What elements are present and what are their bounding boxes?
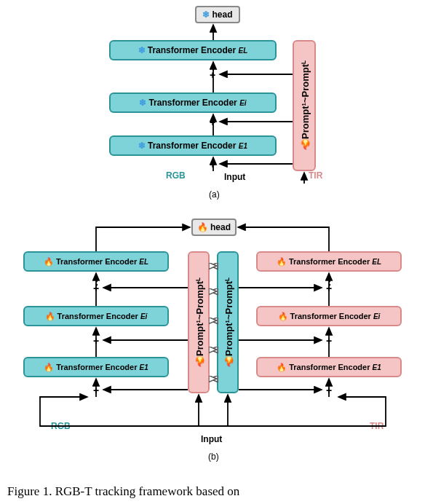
enc-idx: i bbox=[378, 312, 381, 320]
plus-icon: + bbox=[210, 117, 215, 128]
enc-sup: E bbox=[140, 312, 146, 320]
head-box-b: 🔥 head bbox=[191, 218, 237, 236]
enc-text: Transformer Encoder bbox=[289, 257, 370, 266]
figure-caption: Figure 1. RGB-T tracking framework based… bbox=[7, 484, 239, 499]
enc-sup: E bbox=[373, 312, 378, 320]
enc-text: Transformer Encoder bbox=[56, 257, 137, 266]
prompt-label: Prompt¹~Promptᴸ bbox=[223, 277, 234, 356]
enc-text: Transformer Encoder bbox=[148, 45, 236, 55]
fire-icon: 🔥 bbox=[44, 363, 54, 372]
input-label-a: Input bbox=[224, 172, 245, 182]
plus-icon: + bbox=[93, 283, 99, 294]
enc-sup: E bbox=[373, 363, 378, 371]
fire-icon: 🔥 bbox=[45, 312, 55, 321]
rgb-label-b: RGB bbox=[51, 421, 71, 431]
plus-icon: + bbox=[326, 283, 332, 294]
enc-sup: E bbox=[239, 99, 245, 107]
encoder-1-b-left: 🔥 Transformer Encoder E1 bbox=[23, 357, 169, 377]
subfig-label-b: (b) bbox=[208, 452, 219, 462]
prompt-box-a: 🔥Prompt¹~Promptᴸ bbox=[293, 40, 316, 171]
snowflake-icon: ❄ bbox=[139, 98, 146, 108]
tir-label-b: TIR bbox=[370, 421, 384, 431]
plus-icon: + bbox=[210, 159, 215, 170]
prompt-label: Prompt¹~Promptᴸ bbox=[300, 60, 311, 139]
fire-icon: 🔥 bbox=[278, 312, 288, 321]
enc-text: Transformer Encoder bbox=[289, 363, 370, 371]
enc-idx: i bbox=[245, 99, 247, 107]
encoder-1-a: ❄ Transformer Encoder E 1 bbox=[109, 135, 277, 156]
snowflake-icon: ❄ bbox=[202, 9, 210, 20]
tir-label-a: TIR bbox=[309, 170, 322, 181]
encoder-L-a: ❄ Transformer Encoder E L bbox=[109, 40, 277, 60]
encoder-i-b-right: 🔥 Transformer Encoder Ei bbox=[256, 306, 402, 326]
plus-icon: + bbox=[210, 69, 215, 81]
enc-idx: L bbox=[377, 258, 381, 266]
enc-idx: 1 bbox=[243, 142, 247, 150]
enc-idx: i bbox=[146, 312, 148, 320]
fire-icon: 🔥 bbox=[194, 355, 205, 367]
prompt-left-b: 🔥Prompt¹~Promptᴸ bbox=[188, 251, 210, 393]
head-label-b: head bbox=[210, 222, 231, 232]
encoder-L-b-left: 🔥 Transformer Encoder EL bbox=[23, 251, 169, 272]
enc-sup: E bbox=[372, 258, 377, 266]
enc-sup: E bbox=[139, 258, 144, 266]
input-label-b: Input bbox=[201, 434, 222, 444]
fire-icon: 🔥 bbox=[44, 257, 54, 267]
fire-icon: 🔥 bbox=[197, 222, 208, 232]
figure: ❄ head ❄ Transformer Encoder E L ⋮ ❄ Tra… bbox=[0, 0, 425, 504]
enc-text: Transformer Encoder bbox=[148, 141, 236, 151]
snowflake-icon: ❄ bbox=[138, 45, 146, 55]
head-box-a: ❄ head bbox=[195, 6, 240, 23]
snowflake-icon: ❄ bbox=[138, 141, 146, 151]
subfig-label-a: (a) bbox=[209, 189, 220, 200]
plus-icon: + bbox=[93, 385, 99, 396]
enc-text: Transformer Encoder bbox=[56, 363, 137, 371]
prompt-right-b: 🔥Prompt¹~Promptᴸ bbox=[217, 251, 239, 393]
plus-icon: + bbox=[326, 335, 332, 347]
enc-idx: L bbox=[243, 47, 247, 55]
fire-icon: 🔥 bbox=[300, 139, 311, 151]
enc-idx: 1 bbox=[144, 363, 148, 371]
enc-sup: E bbox=[238, 47, 243, 55]
encoder-i-b-left: 🔥 Transformer Encoder Ei bbox=[23, 306, 169, 326]
plus-icon: + bbox=[326, 385, 332, 396]
enc-text: Transformer Encoder bbox=[148, 98, 237, 108]
prompt-label: Prompt¹~Promptᴸ bbox=[194, 277, 205, 356]
fire-icon: 🔥 bbox=[223, 355, 234, 367]
head-label-a: head bbox=[212, 9, 232, 20]
enc-sup: E bbox=[239, 142, 244, 150]
rgb-label-a: RGB bbox=[166, 170, 186, 181]
enc-sup: E bbox=[140, 363, 145, 371]
enc-text: Transformer Encoder bbox=[57, 312, 138, 320]
encoder-1-b-right: 🔥 Transformer Encoder E1 bbox=[256, 357, 402, 377]
enc-idx: L bbox=[144, 258, 148, 266]
enc-idx: 1 bbox=[377, 363, 381, 371]
fire-icon: 🔥 bbox=[277, 257, 287, 267]
plus-icon: + bbox=[93, 335, 99, 347]
encoder-L-b-right: 🔥 Transformer Encoder EL bbox=[256, 251, 402, 272]
enc-text: Transformer Encoder bbox=[290, 312, 371, 320]
encoder-i-a: ❄ Transformer Encoder E i bbox=[109, 92, 277, 113]
fire-icon: 🔥 bbox=[277, 363, 287, 372]
